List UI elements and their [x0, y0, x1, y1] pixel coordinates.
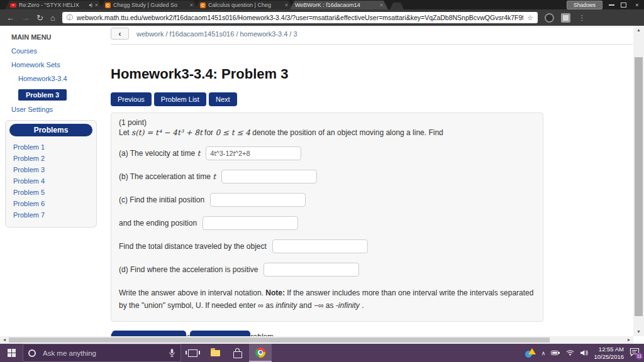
question-b-label: (b) The acceleration at time t — [119, 172, 216, 181]
address-bar[interactable]: ⓘ webwork.math.ttu.edu/webwork2/f16dacao… — [62, 12, 538, 23]
sidebar-problem-3[interactable]: Problem 3 — [9, 164, 92, 175]
windows-taskbar: ∧ 12:55 AM 10/25/2016 11 — [0, 344, 644, 362]
page-title: Homework3-3.4: Problem 3 — [111, 66, 633, 82]
scroll-left-icon[interactable]: ◄ — [0, 336, 9, 344]
next-button[interactable]: Next — [209, 92, 237, 106]
update-warning-icon[interactable] — [525, 348, 536, 358]
minimize-icon[interactable] — [609, 4, 614, 6]
tab-webwork-active[interactable]: WeBWorK : f16dacaom14 × — [290, 1, 388, 9]
close-tab-icon[interactable]: × — [380, 2, 383, 8]
wifi-icon[interactable] — [566, 349, 574, 356]
taskbar-search-input[interactable] — [42, 349, 163, 358]
sidebar-problem-2[interactable]: Problem 2 — [9, 153, 92, 164]
sidebar-item-homework-set[interactable]: Homework3-3.4 — [18, 75, 111, 82]
close-window-icon[interactable]: × — [633, 2, 641, 8]
velocity-answer-input[interactable] — [206, 146, 301, 160]
tab-chegg-study[interactable]: C Chegg Study | Guided So × — [100, 1, 198, 9]
new-tab-button[interactable] — [390, 3, 404, 9]
breadcrumb-back-button[interactable]: ‹ — [111, 28, 129, 40]
neg-infinity-word: -infinity — [336, 301, 360, 310]
webwork-page: MAIN MENU Courses Homework Sets Homework… — [0, 26, 644, 344]
scroll-right-icon[interactable]: ► — [625, 336, 633, 344]
chrome-taskbar-button[interactable] — [249, 344, 272, 362]
sidebar-problem-6[interactable]: Problem 6 — [9, 198, 92, 209]
problems-panel: Problems Problem 1 Problem 2 Problem 3 P… — [5, 120, 97, 228]
horizontal-scroll-thumb[interactable] — [9, 337, 550, 343]
file-explorer-button[interactable] — [204, 344, 226, 362]
question-d-row: (d) Find where the acceleration is posit… — [119, 263, 535, 277]
tab-audio-icon[interactable]: ◂) — [89, 3, 92, 8]
question-d-label: (d) Find where the acceleration is posit… — [119, 265, 258, 274]
refresh-icon[interactable]: ↻ — [36, 14, 43, 22]
tab-title: WeBWorK : f16dacaom14 — [295, 2, 377, 8]
sidebar-item-problem-3-active[interactable]: Problem 3 — [18, 89, 67, 101]
neg-infinity-symbol: −∞ — [314, 301, 324, 310]
sidebar: MAIN MENU Courses Homework Sets Homework… — [0, 26, 111, 133]
vertical-scrollbar[interactable]: ▲ ▼ — [633, 26, 644, 336]
scroll-up-icon[interactable]: ▲ — [633, 26, 644, 35]
close-tab-icon[interactable]: × — [285, 2, 288, 8]
sidebar-problem-7[interactable]: Problem 7 — [9, 209, 92, 221]
notification-badge: 11 — [636, 353, 643, 359]
task-view-button[interactable] — [181, 344, 204, 362]
browser-menu-icon[interactable]: ⋮ — [579, 14, 586, 22]
taskbar-clock[interactable]: 12:55 AM 10/25/2016 — [594, 346, 624, 360]
bookmark-star-icon[interactable]: ☆ — [527, 14, 533, 22]
main-menu-heading: MAIN MENU — [11, 33, 111, 41]
shadows-theme-button[interactable]: Shadows — [567, 1, 602, 9]
sidebar-item-courses[interactable]: Courses — [11, 47, 111, 55]
cortana-search-box[interactable] — [23, 344, 181, 362]
breadcrumb[interactable]: webwork / f16dacaom1451s016 / homework3-… — [136, 30, 297, 38]
sidebar-problem-4[interactable]: Problem 4 — [9, 175, 92, 187]
speaker-icon[interactable] — [580, 349, 588, 356]
acceleration-positive-input[interactable] — [264, 263, 359, 277]
home-icon[interactable]: ⌂ — [50, 14, 55, 22]
total-distance-input[interactable] — [272, 239, 368, 253]
clock-date: 10/25/2016 — [594, 353, 624, 360]
chevron-left-icon: ‹ — [119, 30, 121, 38]
folder-icon — [211, 350, 220, 356]
breadcrumb-bar: ‹ webwork / f16dacaom1451s016 / homework… — [111, 26, 633, 45]
statement-text: denote the position of an object moving … — [250, 128, 443, 137]
cortana-icon — [28, 349, 36, 357]
problem-list-button[interactable]: Problem List — [154, 92, 206, 106]
initial-position-input[interactable] — [210, 193, 306, 207]
close-tab-icon[interactable]: × — [190, 2, 193, 8]
browser-toolbar: ← → ↻ ⌂ ⓘ webwork.math.ttu.edu/webwork2/… — [0, 9, 644, 26]
note-bold: Note: — [265, 288, 285, 297]
ending-position-input[interactable] — [203, 216, 298, 230]
action-center-button[interactable]: 11 — [630, 348, 641, 358]
vertical-scroll-thumb[interactable] — [635, 57, 643, 316]
microphone-icon[interactable] — [169, 348, 175, 358]
windows-logo-icon — [8, 349, 16, 357]
info-icon[interactable]: ⓘ — [67, 13, 73, 22]
forward-icon[interactable]: → — [21, 14, 30, 22]
previous-button[interactable]: Previous — [111, 92, 152, 106]
tab-strip: Re:Zero - "STYX HELIX ◂) × C Chegg Study… — [0, 1, 404, 9]
horizontal-scrollbar[interactable]: ◄ ► — [0, 336, 633, 344]
close-tab-icon[interactable]: × — [95, 2, 98, 8]
tab-youtube[interactable]: Re:Zero - "STYX HELIX ◂) × — [5, 1, 103, 9]
start-button[interactable] — [0, 344, 23, 362]
battery-icon[interactable] — [551, 350, 560, 356]
url-text[interactable]: webwork.math.ttu.edu/webwork2/f16dacaom1… — [77, 14, 523, 21]
points-label: (1 point) — [119, 118, 535, 127]
tab-calculus-question[interactable]: C Calculus question | Cheg × — [195, 1, 293, 9]
total-distance-label: Find the total distance traveled by the … — [119, 242, 267, 251]
sidebar-item-homework-sets[interactable]: Homework Sets — [11, 61, 111, 69]
sidebar-item-user-settings[interactable]: User Settings — [11, 106, 111, 113]
clock-time: 12:55 AM — [594, 346, 624, 353]
window-titlebar: Re:Zero - "STYX HELIX ◂) × C Chegg Study… — [0, 0, 644, 9]
acceleration-answer-input[interactable] — [221, 170, 317, 184]
problem-panel: (1 point) Let s(t) = t⁴ − 4t³ + 8t for 0… — [111, 112, 543, 322]
windows-store-button[interactable] — [226, 344, 249, 362]
sidebar-problem-1[interactable]: Problem 1 — [9, 141, 92, 153]
scroll-down-icon[interactable]: ▼ — [633, 327, 644, 336]
extension-circle-icon[interactable] — [545, 13, 554, 23]
restore-icon[interactable] — [621, 3, 626, 8]
back-icon[interactable]: ← — [6, 14, 14, 22]
hidden-icons-chevron[interactable]: ∧ — [541, 350, 546, 356]
sidebar-problem-5[interactable]: Problem 5 — [9, 187, 92, 198]
extension-square-icon[interactable] — [561, 13, 570, 23]
task-view-icon — [188, 349, 197, 357]
